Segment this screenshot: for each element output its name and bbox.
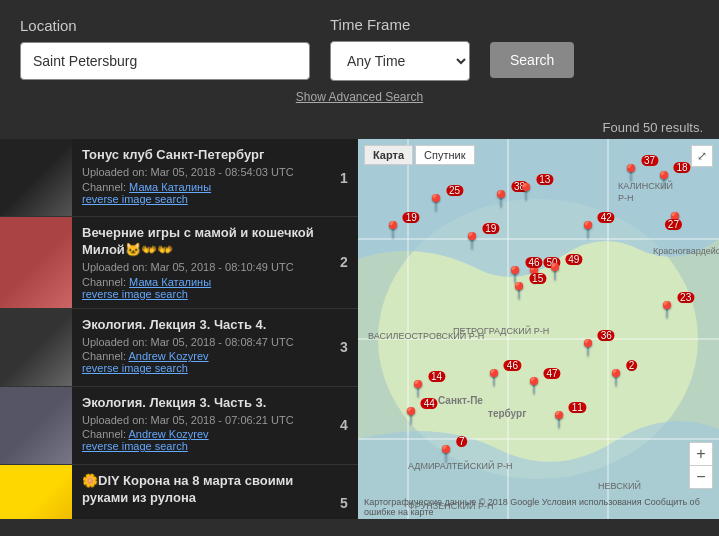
result-subtitle-2: Милой🐱👐👐 xyxy=(82,242,320,257)
thumbnail-3 xyxy=(0,309,72,386)
map-pin[interactable]: 📍14 xyxy=(408,381,445,397)
table-row[interactable]: Экология. Лекция 3. Часть 3. Uploaded on… xyxy=(0,387,358,465)
result-number-1: 1 xyxy=(330,139,358,216)
result-title-3: Экология. Лекция 3. Часть 4. xyxy=(82,317,320,332)
location-group: Location xyxy=(20,17,310,80)
table-row[interactable]: 🌼DIY Корона на 8 марта своими руками из … xyxy=(0,465,358,520)
result-channel-3: Channel: Andrew Kozyrev xyxy=(82,350,320,362)
advanced-search-link[interactable]: Show Advanced Search xyxy=(296,90,423,104)
result-meta-2: Uploaded on: Mar 05, 2018 - 08:10:49 UTC xyxy=(82,259,320,276)
map-pin[interactable]: 📍18 xyxy=(654,172,691,188)
map-pin[interactable]: 📍27 xyxy=(665,213,701,245)
map-pin[interactable]: 📍49 xyxy=(545,264,582,280)
result-channel-4: Channel: Andrew Kozyrev xyxy=(82,428,320,440)
map-pin[interactable]: 📍36 xyxy=(578,340,615,356)
map-pin[interactable]: 📍11 xyxy=(549,412,586,428)
result-info-1: Тонус клуб Санкт-Петербург Uploaded on: … xyxy=(72,139,330,216)
search-button[interactable]: Search xyxy=(490,42,574,78)
map-pin[interactable]: 📍15 xyxy=(509,283,546,299)
thumbnail-2 xyxy=(0,217,72,308)
header: Location Time Frame Any Time Today This … xyxy=(0,0,719,114)
channel-link-3[interactable]: Andrew Kozyrev xyxy=(128,350,208,362)
map-zoom-controls: + − xyxy=(689,442,713,489)
map-pin[interactable]: 📍25 xyxy=(426,195,463,211)
map-pin[interactable]: 📍19 xyxy=(383,222,420,238)
channel-link-4[interactable]: Andrew Kozyrev xyxy=(128,428,208,440)
map-pin[interactable]: 📍23 xyxy=(657,302,694,318)
channel-link-1[interactable]: Мама Каталины xyxy=(129,181,211,193)
map-pin[interactable]: 📍42 xyxy=(578,222,615,238)
map-expand-button[interactable]: ⤢ xyxy=(691,145,713,167)
advanced-search-row: Show Advanced Search xyxy=(20,89,699,104)
map-tabs: Карта Спутник xyxy=(364,145,475,165)
zoom-out-button[interactable]: − xyxy=(690,466,712,488)
map-pin[interactable]: 📍13 xyxy=(516,184,553,200)
result-number-5: 5 xyxy=(330,465,358,520)
svg-text:ПЕТРОГРАДСКИЙ Р-Н: ПЕТРОГРАДСКИЙ Р-Н xyxy=(453,325,549,336)
reverse-image-search-3[interactable]: reverse image search xyxy=(82,362,320,374)
timeframe-group: Time Frame Any Time Today This Week This… xyxy=(330,16,470,81)
map-copyright: Картографические данные © 2018 Google Ус… xyxy=(364,497,719,517)
location-label: Location xyxy=(20,17,310,34)
result-title-4: Экология. Лекция 3. Часть 3. xyxy=(82,395,320,410)
expand-icon: ⤢ xyxy=(697,149,707,163)
search-row: Location Time Frame Any Time Today This … xyxy=(20,16,699,81)
result-info-4: Экология. Лекция 3. Часть 3. Uploaded on… xyxy=(72,387,330,464)
result-info-5: 🌼DIY Корона на 8 марта своими руками из … xyxy=(72,465,330,520)
zoom-in-button[interactable]: + xyxy=(690,443,712,465)
result-title-5b: руками из рулона xyxy=(82,490,320,505)
result-channel-2: Channel: Мама Каталины xyxy=(82,276,320,288)
map-area: КАЛИНСКИЙ Р-Н Красногвардейский ВАСИЛЕОС… xyxy=(358,139,719,519)
svg-text:НЕВСКИЙ: НЕВСКИЙ xyxy=(598,480,641,491)
result-info-2: Вечерние игры с мамой и кошечкой Милой🐱👐… xyxy=(72,217,330,308)
reverse-image-search-4[interactable]: reverse image search xyxy=(82,440,320,452)
svg-text:Р-Н: Р-Н xyxy=(618,193,634,203)
map-pin[interactable]: 📍47 xyxy=(524,378,561,394)
table-row[interactable]: Тонус клуб Санкт-Петербург Uploaded on: … xyxy=(0,139,358,217)
table-row[interactable]: Экология. Лекция 3. Часть 4. Uploaded on… xyxy=(0,309,358,387)
map-pin[interactable]: 📍46 xyxy=(484,370,521,386)
results-header: Found 50 results. xyxy=(0,114,719,139)
result-meta-1: Uploaded on: Mar 05, 2018 - 08:54:03 UTC xyxy=(82,164,320,181)
result-meta-3: Uploaded on: Mar 05, 2018 - 08:08:47 UTC xyxy=(82,334,320,351)
table-row[interactable]: Вечерние игры с мамой и кошечкой Милой🐱👐… xyxy=(0,217,358,309)
location-input[interactable] xyxy=(20,42,310,80)
result-channel-1: Channel: Мама Каталины xyxy=(82,181,320,193)
results-list: Тонус клуб Санкт-Петербург Uploaded on: … xyxy=(0,139,358,519)
timeframe-label: Time Frame xyxy=(330,16,470,33)
tab-satellite[interactable]: Спутник xyxy=(415,145,474,165)
results-count: Found 50 results. xyxy=(603,120,703,135)
thumbnail-5 xyxy=(0,465,72,520)
thumbnail-1 xyxy=(0,139,72,216)
timeframe-select[interactable]: Any Time Today This Week This Month This… xyxy=(330,41,470,81)
reverse-image-search-2[interactable]: reverse image search xyxy=(82,288,320,300)
map-pin[interactable]: 📍7 xyxy=(436,446,468,462)
result-number-3: 3 xyxy=(330,309,358,386)
result-title-5: 🌼DIY Корона на 8 марта своими xyxy=(82,473,320,488)
channel-link-2[interactable]: Мама Каталины xyxy=(129,276,211,288)
map-pin[interactable]: 📍2 xyxy=(606,370,638,386)
svg-text:тербург: тербург xyxy=(488,408,526,419)
result-number-2: 2 xyxy=(330,217,358,308)
thumbnail-4 xyxy=(0,387,72,464)
tab-map[interactable]: Карта xyxy=(364,145,413,165)
main-content: Тонус клуб Санкт-Петербург Uploaded on: … xyxy=(0,139,719,519)
svg-text:Красногвардейский: Красногвардейский xyxy=(653,246,719,256)
reverse-image-search-1[interactable]: reverse image search xyxy=(82,193,320,205)
result-title-1: Тонус клуб Санкт-Петербург xyxy=(82,147,320,162)
result-number-4: 4 xyxy=(330,387,358,464)
result-meta-4: Uploaded on: Mar 05, 2018 - 07:06:21 UTC xyxy=(82,412,320,429)
map-pin[interactable]: 📍19 xyxy=(462,233,499,249)
result-title-2: Вечерние игры с мамой и кошечкой xyxy=(82,225,320,240)
result-info-3: Экология. Лекция 3. Часть 4. Uploaded on… xyxy=(72,309,330,386)
map-pin[interactable]: 📍44 xyxy=(401,408,438,424)
